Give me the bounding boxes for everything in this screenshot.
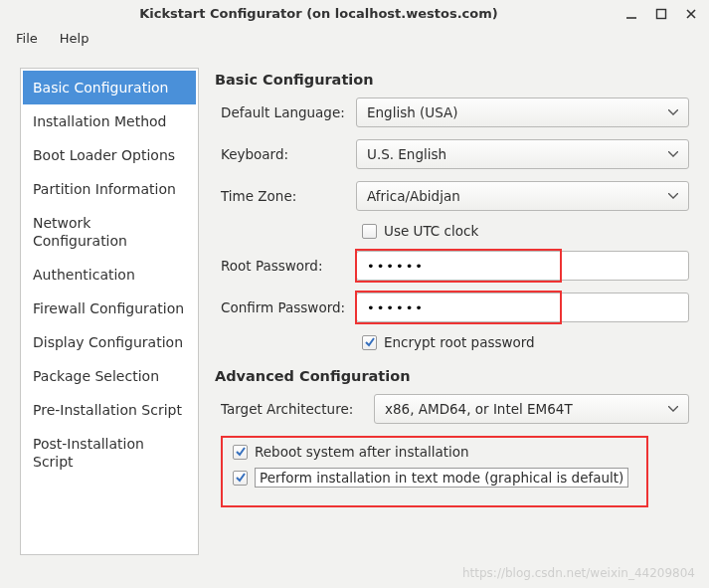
chevron-down-icon [668,109,678,115]
chevron-down-icon [668,193,678,199]
root-password-input[interactable] [356,251,689,281]
menu-help[interactable]: Help [50,27,99,50]
sidebar-item-basic-configuration[interactable]: Basic Configuration [23,71,196,104]
sidebar-item-authentication[interactable]: Authentication [23,258,196,292]
reboot-label: Reboot system after installation [255,444,469,460]
menu-file[interactable]: File [6,27,48,50]
basic-heading: Basic Configuration [215,72,689,88]
sidebar-item-network-configuration[interactable]: Network Configuration [23,206,196,258]
chevron-down-icon [668,406,678,412]
textmode-checkbox[interactable] [233,471,248,486]
check-icon [364,336,376,348]
sidebar-item-pre-installation-script[interactable]: Pre-Installation Script [23,393,196,427]
default-language-select[interactable]: English (USA) [356,98,689,127]
utc-checkbox[interactable] [362,224,377,239]
keyboard-value: U.S. English [367,146,446,162]
menubar: File Help [0,25,709,56]
keyboard-label: Keyboard: [215,146,356,162]
default-language-value: English (USA) [367,104,458,120]
textmode-label: Perform installation in text mode (graph… [255,468,628,488]
sidebar-item-boot-loader-options[interactable]: Boot Loader Options [23,138,196,172]
sidebar-item-package-selection[interactable]: Package Selection [23,359,196,393]
sidebar: Basic Configuration Installation Method … [20,68,199,555]
sidebar-item-partition-information[interactable]: Partition Information [23,172,196,206]
reboot-checkbox[interactable] [233,445,248,460]
time-zone-value: Africa/Abidjan [367,188,460,204]
time-zone-label: Time Zone: [215,188,356,204]
target-arch-label: Target Architecture: [215,401,374,417]
close-button[interactable] [685,8,697,20]
chevron-down-icon [668,151,678,157]
highlight-annotation: Reboot system after installation Perform… [221,436,648,507]
encrypt-label: Encrypt root password [384,334,535,350]
root-password-label: Root Password: [215,258,356,274]
default-language-label: Default Language: [215,104,356,120]
encrypt-checkbox[interactable] [362,335,377,350]
sidebar-item-display-configuration[interactable]: Display Configuration [23,325,196,359]
watermark: https://blog.csdn.net/weixin_44209804 [462,566,695,580]
window-buttons [625,8,697,20]
utc-label: Use UTC clock [384,223,478,239]
confirm-password-label: Confirm Password: [215,299,356,315]
target-arch-select[interactable]: x86, AMD64, or Intel EM64T [374,394,689,424]
confirm-password-input[interactable] [356,293,689,322]
keyboard-select[interactable]: U.S. English [356,139,689,169]
target-arch-value: x86, AMD64, or Intel EM64T [385,401,573,417]
window-titlebar: Kickstart Configurator (on localhost.wes… [0,0,709,25]
minimize-button[interactable] [625,8,637,20]
sidebar-item-post-installation-script[interactable]: Post-Installation Script [23,427,196,479]
content-pane: Basic Configuration Default Language: En… [211,68,693,555]
sidebar-item-firewall-configuration[interactable]: Firewall Configuration [23,292,196,325]
time-zone-select[interactable]: Africa/Abidjan [356,181,689,211]
check-icon [235,446,247,458]
check-icon [235,472,247,484]
svg-rect-1 [657,9,666,18]
maximize-button[interactable] [655,8,667,20]
sidebar-item-installation-method[interactable]: Installation Method [23,104,196,138]
window-title: Kickstart Configurator (on localhost.wes… [12,6,625,21]
advanced-heading: Advanced Configuration [215,368,689,384]
